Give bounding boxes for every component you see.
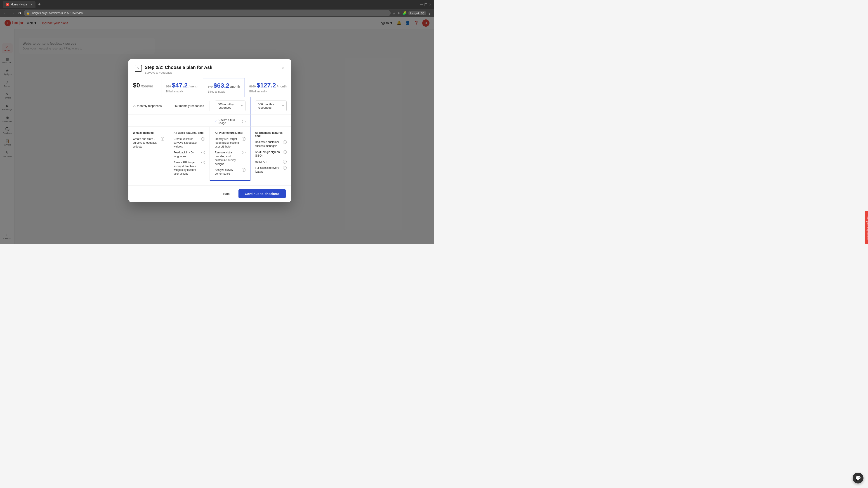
feature-scale-1-text: SAML single sign-on (SSO) — [255, 150, 282, 158]
browser-tab[interactable]: H Home - Hotjar × — [3, 1, 35, 8]
plan-scale: $159 $127.2 /month Billed annually — [245, 78, 291, 97]
feature-scale-3-text: Full access to every feature — [255, 166, 282, 174]
continue-to-checkout-button[interactable]: Continue to checkout — [239, 189, 286, 198]
feature-business-2: Analyze survey performance i — [215, 168, 246, 176]
browser-actions: ☆ ⬇ 🧩 Incognito (2) ⋮ — [393, 11, 431, 15]
plus-responses: 250 monthly responses — [169, 101, 210, 111]
reload-button[interactable]: ↻ — [17, 11, 22, 16]
feature-business-2-info[interactable]: i — [242, 168, 246, 172]
covers-info-icon[interactable]: i — [242, 120, 246, 123]
modal-title: Step 2/2: Choose a plan for Ask — [145, 65, 212, 70]
incognito-badge: Incognito (2) — [408, 11, 426, 15]
feature-business-0-text: Identify API: target feedback by custom … — [215, 137, 241, 149]
features-basic-heading: What's included: — [133, 131, 164, 134]
menu-icon[interactable]: ⋮ — [428, 11, 431, 15]
plan-selection-modal: ? Step 2/2: Choose a plan for Ask Survey… — [128, 59, 291, 202]
feature-scale-2-text: Hotjar API — [255, 160, 282, 164]
feature-plus-0: Create unlimited surveys & feedback widg… — [174, 137, 205, 149]
business-billing: Billed annually — [208, 90, 240, 93]
feature-plus-0-text: Create unlimited surveys & feedback widg… — [174, 137, 200, 149]
download-icon[interactable]: ⬇ — [397, 11, 400, 15]
feature-business-1-text: Remove Hotjar branding and customize sur… — [215, 151, 241, 166]
plans-container[interactable]: $0 /forever $59 $47.2 /month Billed annu… — [128, 78, 291, 185]
feature-plus-2-text: Events API: target survey & feedback wid… — [174, 161, 200, 176]
scale-responses-cell: 500 monthly responses ▾ — [250, 97, 291, 115]
feature-business-1-info[interactable]: i — [242, 151, 246, 154]
covers-future-text: ✓ Covers future usage i — [215, 119, 246, 125]
scale-dropdown-arrow: ▾ — [282, 104, 284, 107]
business-period: /month — [230, 85, 240, 88]
plan-plus: $59 $47.2 /month Billed annually — [161, 78, 203, 97]
feature-scale-0: Dedicated customer success manager* i — [255, 140, 287, 148]
plan-business: $79 $63.2 /month Billed annually — [203, 78, 245, 97]
maximize-button[interactable]: □ — [425, 2, 427, 7]
scale-billing: Billed annually — [249, 90, 287, 93]
scale-price: $127.2 — [257, 82, 276, 89]
feature-plus-2: Events API: target survey & feedback wid… — [174, 161, 205, 176]
price-row: $0 /forever $59 $47.2 /month Billed annu… — [128, 78, 291, 97]
basic-responses: 20 monthly responses — [128, 101, 169, 111]
plus-price-area: $59 $47.2 /month — [166, 82, 198, 89]
covers-future-label: Covers future usage — [219, 119, 241, 125]
feature-business-1: Remove Hotjar branding and customize sur… — [215, 151, 246, 166]
basic-price: $0 — [133, 82, 140, 89]
tab-close-button[interactable]: × — [31, 3, 32, 6]
plus-original-price: $59 — [166, 85, 171, 88]
plan-basic: $0 /forever — [128, 78, 161, 97]
browser-tab-bar: H Home - Hotjar × + ─ □ × — [0, 0, 434, 9]
covers-empty-2 — [169, 115, 210, 127]
modal-subtitle: Surveys & Feedback — [145, 71, 212, 74]
lock-icon: 🔒 — [26, 11, 30, 15]
feature-plus-1: Feedback in 40+ languages i — [174, 151, 205, 158]
modal-close-button[interactable]: × — [280, 65, 285, 72]
feature-business-0: Identify API: target feedback by custom … — [215, 137, 246, 149]
address-bar[interactable]: 🔒 insights.hotjar.com/sites/3825551/over… — [24, 10, 391, 16]
bookmark-icon[interactable]: ☆ — [393, 11, 396, 15]
responses-row: 20 monthly responses 250 monthly respons… — [128, 97, 291, 115]
features-scale: All Business features, and: Dedicated cu… — [250, 127, 291, 181]
business-price: $63.2 — [214, 82, 229, 89]
business-responses-value: 500 monthly responses — [218, 103, 241, 109]
features-business-heading: All Plus features, and: — [215, 131, 246, 134]
features-grid: What's included: Create and store 3 surv… — [128, 127, 291, 185]
features-plus-heading: All Basic features, and: — [174, 131, 205, 134]
basic-price-area: $0 /forever — [133, 82, 157, 89]
feature-scale-0-text: Dedicated customer success manager* — [255, 140, 282, 148]
feature-plus-0-info[interactable]: i — [202, 137, 205, 141]
forward-button[interactable]: → — [10, 11, 16, 15]
feature-scale-1-info[interactable]: i — [283, 150, 287, 154]
back-button[interactable]: Back — [218, 190, 236, 198]
feature-scale-2-info[interactable]: i — [283, 160, 287, 164]
url-text: insights.hotjar.com/sites/3825551/overvi… — [32, 11, 83, 15]
covers-row: ✓ Covers future usage i — [128, 115, 291, 127]
scale-responses-value: 500 monthly responses — [258, 103, 282, 109]
feature-basic-0-info[interactable]: i — [161, 137, 164, 141]
scale-price-area: $159 $127.2 /month — [249, 82, 287, 89]
features-scale-heading: All Business features, and: — [255, 131, 287, 138]
feature-scale-3-info[interactable]: i — [283, 166, 287, 170]
business-responses-dropdown[interactable]: 500 monthly responses ▾ — [215, 101, 246, 111]
feature-plus-2-info[interactable]: i — [202, 161, 205, 164]
browser-controls: ← → ↻ 🔒 insights.hotjar.com/sites/382555… — [0, 9, 434, 17]
close-window-button[interactable]: × — [429, 2, 431, 7]
step-icon: ? — [135, 65, 142, 72]
plus-billing: Billed annually — [166, 90, 198, 93]
modal-title-area: ? Step 2/2: Choose a plan for Ask Survey… — [135, 65, 212, 74]
business-original-price: $79 — [208, 85, 213, 88]
browser-chrome: H Home - Hotjar × + ─ □ × ← → ↻ 🔒 insigh… — [0, 0, 434, 17]
covers-empty-1 — [128, 115, 169, 127]
features-business: All Plus features, and: Identify API: ta… — [210, 127, 250, 181]
scale-responses-dropdown[interactable]: 500 monthly responses ▾ — [255, 101, 287, 111]
new-tab-button[interactable]: + — [38, 2, 41, 7]
feature-business-0-info[interactable]: i — [242, 137, 246, 141]
extensions-icon[interactable]: 🧩 — [402, 11, 407, 15]
feature-scale-3: Full access to every feature i — [255, 166, 287, 174]
back-button[interactable]: ← — [3, 11, 8, 15]
feature-scale-0-info[interactable]: i — [283, 140, 287, 144]
business-dropdown-arrow: ▾ — [241, 104, 243, 107]
feature-plus-1-info[interactable]: i — [202, 151, 205, 154]
business-price-area: $79 $63.2 /month — [208, 82, 240, 89]
minimize-button[interactable]: ─ — [420, 2, 423, 7]
business-responses-cell: 500 monthly responses ▾ — [210, 97, 250, 115]
scale-period: /month — [277, 85, 287, 88]
